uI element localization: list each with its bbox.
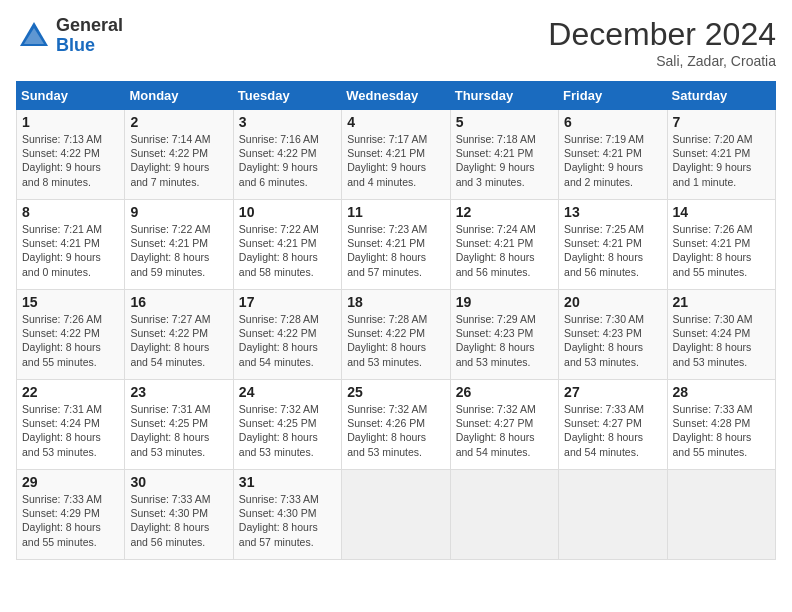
day-info: Sunrise: 7:31 AM Sunset: 4:24 PM Dayligh…: [22, 402, 119, 459]
day-number: 10: [239, 204, 336, 220]
day-info: Sunrise: 7:33 AM Sunset: 4:30 PM Dayligh…: [130, 492, 227, 549]
day-info: Sunrise: 7:28 AM Sunset: 4:22 PM Dayligh…: [347, 312, 444, 369]
day-number: 8: [22, 204, 119, 220]
day-number: 25: [347, 384, 444, 400]
empty-cell: [342, 470, 450, 560]
day-cell-28: 28Sunrise: 7:33 AM Sunset: 4:28 PM Dayli…: [667, 380, 775, 470]
calendar-week-5: 29Sunrise: 7:33 AM Sunset: 4:29 PM Dayli…: [17, 470, 776, 560]
day-header-saturday: Saturday: [667, 82, 775, 110]
calendar-week-4: 22Sunrise: 7:31 AM Sunset: 4:24 PM Dayli…: [17, 380, 776, 470]
location-subtitle: Sali, Zadar, Croatia: [548, 53, 776, 69]
calendar-table: SundayMondayTuesdayWednesdayThursdayFrid…: [16, 81, 776, 560]
day-info: Sunrise: 7:28 AM Sunset: 4:22 PM Dayligh…: [239, 312, 336, 369]
day-cell-3: 3Sunrise: 7:16 AM Sunset: 4:22 PM Daylig…: [233, 110, 341, 200]
day-header-thursday: Thursday: [450, 82, 558, 110]
day-number: 3: [239, 114, 336, 130]
day-info: Sunrise: 7:22 AM Sunset: 4:21 PM Dayligh…: [239, 222, 336, 279]
day-info: Sunrise: 7:33 AM Sunset: 4:29 PM Dayligh…: [22, 492, 119, 549]
day-cell-24: 24Sunrise: 7:32 AM Sunset: 4:25 PM Dayli…: [233, 380, 341, 470]
logo-text: General Blue: [56, 16, 123, 56]
day-info: Sunrise: 7:26 AM Sunset: 4:21 PM Dayligh…: [673, 222, 770, 279]
logo-icon: [16, 18, 52, 54]
day-info: Sunrise: 7:13 AM Sunset: 4:22 PM Dayligh…: [22, 132, 119, 189]
day-info: Sunrise: 7:21 AM Sunset: 4:21 PM Dayligh…: [22, 222, 119, 279]
calendar-week-3: 15Sunrise: 7:26 AM Sunset: 4:22 PM Dayli…: [17, 290, 776, 380]
day-info: Sunrise: 7:33 AM Sunset: 4:30 PM Dayligh…: [239, 492, 336, 549]
day-cell-18: 18Sunrise: 7:28 AM Sunset: 4:22 PM Dayli…: [342, 290, 450, 380]
logo: General Blue: [16, 16, 123, 56]
day-number: 18: [347, 294, 444, 310]
empty-cell: [559, 470, 667, 560]
day-number: 2: [130, 114, 227, 130]
day-cell-22: 22Sunrise: 7:31 AM Sunset: 4:24 PM Dayli…: [17, 380, 125, 470]
day-number: 24: [239, 384, 336, 400]
day-info: Sunrise: 7:33 AM Sunset: 4:28 PM Dayligh…: [673, 402, 770, 459]
day-info: Sunrise: 7:20 AM Sunset: 4:21 PM Dayligh…: [673, 132, 770, 189]
day-cell-10: 10Sunrise: 7:22 AM Sunset: 4:21 PM Dayli…: [233, 200, 341, 290]
title-block: December 2024 Sali, Zadar, Croatia: [548, 16, 776, 69]
day-number: 7: [673, 114, 770, 130]
day-number: 21: [673, 294, 770, 310]
day-cell-20: 20Sunrise: 7:30 AM Sunset: 4:23 PM Dayli…: [559, 290, 667, 380]
day-header-wednesday: Wednesday: [342, 82, 450, 110]
day-number: 14: [673, 204, 770, 220]
day-number: 17: [239, 294, 336, 310]
day-info: Sunrise: 7:22 AM Sunset: 4:21 PM Dayligh…: [130, 222, 227, 279]
day-cell-29: 29Sunrise: 7:33 AM Sunset: 4:29 PM Dayli…: [17, 470, 125, 560]
day-number: 20: [564, 294, 661, 310]
day-info: Sunrise: 7:16 AM Sunset: 4:22 PM Dayligh…: [239, 132, 336, 189]
day-number: 27: [564, 384, 661, 400]
day-cell-30: 30Sunrise: 7:33 AM Sunset: 4:30 PM Dayli…: [125, 470, 233, 560]
day-info: Sunrise: 7:32 AM Sunset: 4:25 PM Dayligh…: [239, 402, 336, 459]
day-cell-2: 2Sunrise: 7:14 AM Sunset: 4:22 PM Daylig…: [125, 110, 233, 200]
day-cell-4: 4Sunrise: 7:17 AM Sunset: 4:21 PM Daylig…: [342, 110, 450, 200]
calendar-week-1: 1Sunrise: 7:13 AM Sunset: 4:22 PM Daylig…: [17, 110, 776, 200]
day-cell-27: 27Sunrise: 7:33 AM Sunset: 4:27 PM Dayli…: [559, 380, 667, 470]
day-number: 23: [130, 384, 227, 400]
day-info: Sunrise: 7:24 AM Sunset: 4:21 PM Dayligh…: [456, 222, 553, 279]
day-cell-17: 17Sunrise: 7:28 AM Sunset: 4:22 PM Dayli…: [233, 290, 341, 380]
day-cell-19: 19Sunrise: 7:29 AM Sunset: 4:23 PM Dayli…: [450, 290, 558, 380]
day-info: Sunrise: 7:27 AM Sunset: 4:22 PM Dayligh…: [130, 312, 227, 369]
month-title: December 2024: [548, 16, 776, 53]
day-number: 28: [673, 384, 770, 400]
day-cell-14: 14Sunrise: 7:26 AM Sunset: 4:21 PM Dayli…: [667, 200, 775, 290]
day-number: 12: [456, 204, 553, 220]
day-cell-7: 7Sunrise: 7:20 AM Sunset: 4:21 PM Daylig…: [667, 110, 775, 200]
day-number: 5: [456, 114, 553, 130]
day-number: 19: [456, 294, 553, 310]
page-header: General Blue December 2024 Sali, Zadar, …: [16, 16, 776, 69]
day-cell-1: 1Sunrise: 7:13 AM Sunset: 4:22 PM Daylig…: [17, 110, 125, 200]
day-cell-5: 5Sunrise: 7:18 AM Sunset: 4:21 PM Daylig…: [450, 110, 558, 200]
calendar-body: 1Sunrise: 7:13 AM Sunset: 4:22 PM Daylig…: [17, 110, 776, 560]
day-number: 6: [564, 114, 661, 130]
day-cell-11: 11Sunrise: 7:23 AM Sunset: 4:21 PM Dayli…: [342, 200, 450, 290]
day-info: Sunrise: 7:32 AM Sunset: 4:26 PM Dayligh…: [347, 402, 444, 459]
day-cell-6: 6Sunrise: 7:19 AM Sunset: 4:21 PM Daylig…: [559, 110, 667, 200]
day-info: Sunrise: 7:32 AM Sunset: 4:27 PM Dayligh…: [456, 402, 553, 459]
day-number: 30: [130, 474, 227, 490]
day-cell-13: 13Sunrise: 7:25 AM Sunset: 4:21 PM Dayli…: [559, 200, 667, 290]
day-number: 1: [22, 114, 119, 130]
day-info: Sunrise: 7:19 AM Sunset: 4:21 PM Dayligh…: [564, 132, 661, 189]
day-info: Sunrise: 7:29 AM Sunset: 4:23 PM Dayligh…: [456, 312, 553, 369]
empty-cell: [450, 470, 558, 560]
day-info: Sunrise: 7:30 AM Sunset: 4:23 PM Dayligh…: [564, 312, 661, 369]
day-header-sunday: Sunday: [17, 82, 125, 110]
day-info: Sunrise: 7:26 AM Sunset: 4:22 PM Dayligh…: [22, 312, 119, 369]
day-number: 26: [456, 384, 553, 400]
day-cell-16: 16Sunrise: 7:27 AM Sunset: 4:22 PM Dayli…: [125, 290, 233, 380]
day-number: 4: [347, 114, 444, 130]
day-info: Sunrise: 7:33 AM Sunset: 4:27 PM Dayligh…: [564, 402, 661, 459]
day-info: Sunrise: 7:14 AM Sunset: 4:22 PM Dayligh…: [130, 132, 227, 189]
day-cell-12: 12Sunrise: 7:24 AM Sunset: 4:21 PM Dayli…: [450, 200, 558, 290]
day-cell-25: 25Sunrise: 7:32 AM Sunset: 4:26 PM Dayli…: [342, 380, 450, 470]
day-cell-23: 23Sunrise: 7:31 AM Sunset: 4:25 PM Dayli…: [125, 380, 233, 470]
day-info: Sunrise: 7:18 AM Sunset: 4:21 PM Dayligh…: [456, 132, 553, 189]
day-cell-21: 21Sunrise: 7:30 AM Sunset: 4:24 PM Dayli…: [667, 290, 775, 380]
day-header-friday: Friday: [559, 82, 667, 110]
day-info: Sunrise: 7:17 AM Sunset: 4:21 PM Dayligh…: [347, 132, 444, 189]
day-number: 29: [22, 474, 119, 490]
day-number: 13: [564, 204, 661, 220]
day-info: Sunrise: 7:25 AM Sunset: 4:21 PM Dayligh…: [564, 222, 661, 279]
